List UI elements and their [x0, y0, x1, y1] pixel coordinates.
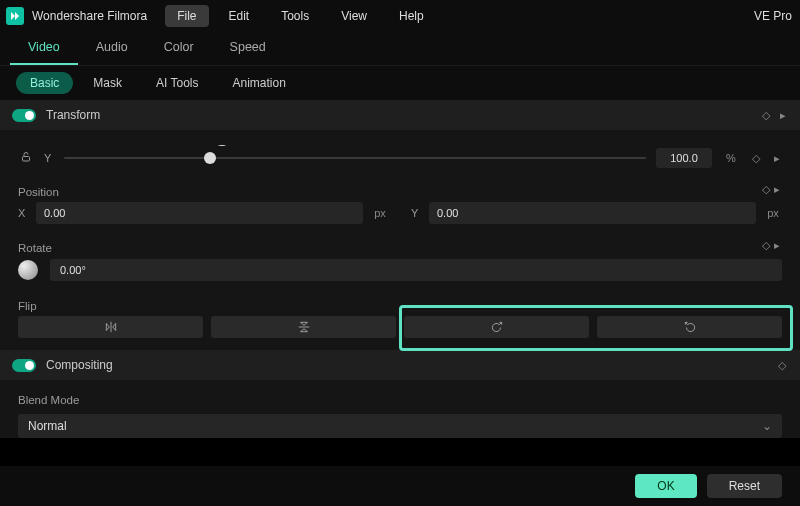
position-label: Position: [18, 186, 760, 198]
compositing-keyframe-icon[interactable]: ◇: [776, 359, 788, 372]
transform-expand-icon[interactable]: ▸: [778, 109, 788, 122]
primary-tabs: Video Audio Color Speed: [0, 32, 800, 66]
position-y-input[interactable]: 0.00: [429, 202, 756, 224]
scale-y-label: Y: [44, 152, 54, 164]
rotate-label: Rotate: [18, 242, 760, 254]
scale-y-menu-icon[interactable]: ▸: [772, 152, 782, 165]
position-x-label: X: [18, 207, 28, 219]
position-y-unit: px: [764, 207, 782, 219]
scale-y-unit: %: [722, 152, 740, 164]
position-keyframe-icon[interactable]: ◇: [760, 183, 772, 196]
rotate-ccw-icon: [683, 320, 697, 334]
rotate-knob[interactable]: [18, 260, 38, 280]
flip-button-row: [18, 316, 782, 338]
transform-keyframe-icon[interactable]: ◇: [760, 109, 772, 122]
position-menu-icon[interactable]: ▸: [772, 183, 782, 196]
scale-y-slider[interactable]: [64, 157, 646, 159]
compositing-toggle[interactable]: [12, 359, 36, 372]
titlebar-right-text: VE Pro: [754, 9, 794, 23]
rotate-cw-button[interactable]: [404, 316, 589, 338]
flip-vertical-button[interactable]: [211, 316, 396, 338]
rotate-cw-icon: [490, 320, 504, 334]
tab-audio[interactable]: Audio: [78, 31, 146, 65]
transform-toggle[interactable]: [12, 109, 36, 122]
rotate-menu-icon[interactable]: ▸: [772, 239, 782, 252]
tab-speed[interactable]: Speed: [212, 31, 284, 65]
menu-file[interactable]: File: [165, 5, 208, 27]
app-logo: [6, 7, 24, 25]
position-x-unit: px: [371, 207, 389, 219]
flip-horizontal-icon: [104, 320, 118, 334]
section-transform-header: Transform ◇ ▸: [0, 100, 800, 130]
title-bar: Wondershare Filmora File Edit Tools View…: [0, 0, 800, 32]
compositing-title: Compositing: [46, 358, 766, 372]
subtab-ai-tools[interactable]: AI Tools: [142, 72, 212, 94]
menu-edit[interactable]: Edit: [217, 5, 262, 27]
blend-mode-value: Normal: [28, 419, 67, 433]
subtab-basic[interactable]: Basic: [16, 72, 73, 94]
svg-rect-0: [23, 156, 30, 161]
transform-title: Transform: [46, 108, 750, 122]
scale-y-value[interactable]: 100.0: [656, 148, 712, 168]
flip-horizontal-button[interactable]: [18, 316, 203, 338]
app-title: Wondershare Filmora: [32, 9, 147, 23]
rotate-ccw-button[interactable]: [597, 316, 782, 338]
flip-label: Flip: [18, 300, 782, 312]
flip-vertical-icon: [297, 320, 311, 334]
position-y-label: Y: [411, 207, 421, 219]
tab-video[interactable]: Video: [10, 31, 78, 65]
subtab-mask[interactable]: Mask: [79, 72, 136, 94]
reset-button[interactable]: Reset: [707, 474, 782, 498]
rotate-keyframe-icon[interactable]: ◇: [760, 239, 772, 252]
secondary-tabs: Basic Mask AI Tools Animation: [0, 66, 800, 100]
position-x-input[interactable]: 0.00: [36, 202, 363, 224]
menu-tools[interactable]: Tools: [269, 5, 321, 27]
rotate-value-input[interactable]: 0.00°: [50, 259, 782, 281]
tab-color[interactable]: Color: [146, 31, 212, 65]
blend-mode-label: Blend Mode: [18, 394, 782, 406]
scale-y-keyframe-icon[interactable]: ◇: [750, 152, 762, 165]
menu-help[interactable]: Help: [387, 5, 436, 27]
subtab-animation[interactable]: Animation: [218, 72, 299, 94]
menu-view[interactable]: View: [329, 5, 379, 27]
ok-button[interactable]: OK: [635, 474, 696, 498]
properties-panel: Transform ◇ ▸ ◇ Y 100.0 % ◇: [0, 100, 800, 438]
section-compositing-header: Compositing ◇: [0, 350, 800, 380]
scale-lock-icon[interactable]: [18, 151, 34, 166]
footer-bar: OK Reset: [0, 466, 800, 506]
blend-mode-select[interactable]: Normal ⌄: [18, 414, 782, 438]
chevron-down-icon: ⌄: [762, 419, 772, 433]
